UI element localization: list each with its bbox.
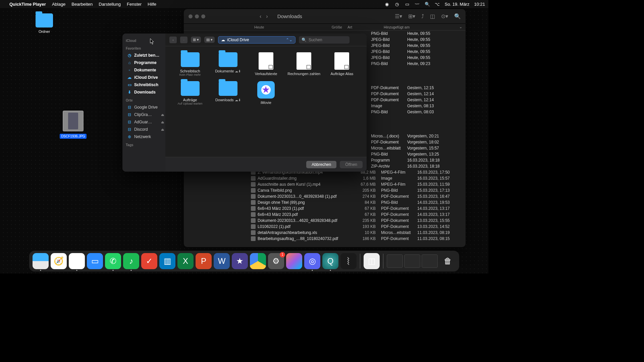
tag-icon[interactable]: ◫ bbox=[430, 13, 435, 19]
grid-item[interactable]: ★iMovie bbox=[249, 81, 283, 105]
sidebar-item-schreibtisch[interactable]: ▭Schreibtisch bbox=[126, 82, 165, 88]
table-row[interactable]: Dokument-20230313…0_483928348 (1).pdf274… bbox=[184, 193, 466, 199]
menubar: QuickTime Player Ablage Bearbeiten Darst… bbox=[0, 0, 488, 8]
open-button[interactable]: Öffnen bbox=[340, 161, 363, 168]
table-row[interactable]: 6x6=43 März 2023 (1).pdf67 KBPDF-Dokumen… bbox=[184, 205, 466, 212]
dock-minimized-window[interactable] bbox=[387, 254, 403, 268]
grid-item[interactable]: Rechnungen zahlen bbox=[287, 52, 321, 76]
dock-safari[interactable]: 🧭 bbox=[51, 253, 67, 269]
menu-hilfe[interactable]: Hilfe bbox=[148, 2, 156, 7]
dock-google-drive[interactable] bbox=[250, 253, 266, 269]
file-icon bbox=[251, 224, 256, 229]
col-date[interactable]: Hinzugefügt am⌄ bbox=[384, 25, 466, 29]
table-row[interactable]: detailAntragsnachbearbeitung.xls10 KBMic… bbox=[184, 230, 466, 236]
table-row[interactable]: AdGuardInstaller.dmg1,6 MBImage16.03.202… bbox=[184, 175, 466, 181]
item-label: Dokumente☁⬇ bbox=[211, 69, 245, 73]
file-icon bbox=[251, 200, 256, 205]
dock-excel[interactable]: X bbox=[177, 253, 194, 269]
grid-item[interactable]: Dokumente☁⬇ bbox=[211, 52, 245, 76]
share-icon[interactable]: ⤴ bbox=[421, 13, 424, 19]
dock-finder[interactable] bbox=[33, 253, 49, 269]
desktop-file[interactable]: DSCF1936.JPG bbox=[60, 111, 87, 139]
search-icon[interactable]: 🔍 bbox=[454, 13, 461, 19]
eject-icon[interactable]: ⏏ bbox=[161, 113, 164, 117]
battery-icon[interactable]: ▭ bbox=[405, 1, 410, 7]
dock-quicktime[interactable]: Q bbox=[322, 253, 338, 269]
dock-imovie[interactable]: ★ bbox=[232, 253, 248, 269]
sidebar-item-downloads[interactable]: ⬇Downloads bbox=[126, 89, 165, 95]
grid-item[interactable]: Downloads☁⬇ bbox=[211, 81, 245, 105]
dock-craft[interactable] bbox=[286, 253, 302, 269]
dock-chrome[interactable]: ◉ bbox=[69, 253, 85, 269]
menubar-time[interactable]: 10:21 bbox=[474, 2, 485, 7]
col-kind[interactable]: Art bbox=[347, 25, 384, 29]
sidebar-item-google-drive[interactable]: ⊟Google Drive bbox=[126, 104, 165, 110]
dock-whatsapp[interactable]: ✆ bbox=[105, 253, 121, 269]
eject-icon[interactable]: ⏏ bbox=[161, 120, 164, 124]
control-center-icon[interactable]: ⌥ bbox=[435, 1, 440, 7]
view-grid-icon[interactable]: ⊞▾ bbox=[408, 13, 415, 19]
table-row[interactable]: 6x6=43 März 2023.pdf67 KBPDF-Dokument14.… bbox=[184, 212, 466, 218]
dock-spotify[interactable]: ♪ bbox=[123, 253, 139, 269]
sidebar-item-icloud-drive[interactable]: ☁iCloud Drive bbox=[126, 74, 165, 80]
menu-bearbeiten[interactable]: Bearbeiten bbox=[71, 2, 93, 7]
spotlight-icon[interactable]: 🔍 bbox=[425, 1, 430, 7]
grid-item[interactable]: SchreibtischKein Platz mehr bbox=[173, 52, 207, 76]
dock-preview[interactable]: ◫ bbox=[364, 253, 380, 269]
sidebar-item-programme[interactable]: ⌂Programme bbox=[126, 60, 165, 66]
dock-system-settings[interactable]: ⚙1 bbox=[268, 253, 284, 269]
eject-icon[interactable]: ⏏ bbox=[161, 128, 164, 131]
cell-kind: PNG-Bild bbox=[381, 200, 417, 205]
dock-discord[interactable]: ◎ bbox=[304, 253, 320, 269]
sidebar-item-clipgrab[interactable]: ⊟ClipGra…⏏ bbox=[126, 112, 165, 118]
cell-date: Heute, 09:55 bbox=[407, 31, 466, 36]
col-name[interactable]: Heute bbox=[247, 25, 317, 29]
table-row[interactable]: L01062022 (1).pdf193 KBPDF-Dokument13.03… bbox=[184, 224, 466, 230]
table-row[interactable]: Bearbeitungsauftrag_…88_10180240732.pdf1… bbox=[184, 236, 466, 242]
clock-icon[interactable]: ◷ bbox=[394, 1, 400, 7]
forward-button[interactable]: › bbox=[180, 37, 187, 43]
wifi-icon[interactable]: 〰 bbox=[415, 1, 420, 7]
table-row[interactable]: Canva Titelbild.png205 KBPNG-Bild15.03.2… bbox=[184, 187, 466, 193]
dock-trash[interactable]: 🗑 bbox=[440, 253, 456, 269]
back-button[interactable]: ‹ bbox=[169, 37, 177, 43]
menu-darstellung[interactable]: Darstellung bbox=[99, 2, 121, 7]
grid-item[interactable]: Verkaufstexte bbox=[249, 52, 283, 76]
action-icon[interactable]: ⊙▾ bbox=[441, 13, 448, 19]
sidebar-item-discord[interactable]: ⊟Discord⏏ bbox=[126, 126, 165, 132]
dock-word[interactable]: W bbox=[214, 253, 230, 269]
menubar-date[interactable]: So. 19. März bbox=[445, 2, 470, 7]
record-icon[interactable]: ◉ bbox=[384, 1, 390, 7]
desktop-folder[interactable]: Ordner bbox=[34, 13, 55, 34]
sidebar-item-dokumente[interactable]: ▫Dokumente bbox=[126, 67, 165, 73]
cancel-button[interactable]: Abbrechen bbox=[306, 161, 336, 168]
back-button[interactable]: ‹ bbox=[260, 13, 261, 19]
table-row[interactable]: Design ohne Titel (89).png84 KBPNG-Bild1… bbox=[184, 199, 466, 205]
dock-trello[interactable]: ▥ bbox=[159, 253, 175, 269]
view-icon-button[interactable]: ⊞ ▾ bbox=[191, 37, 201, 43]
view-list-icon[interactable]: ☰▾ bbox=[395, 13, 402, 19]
dock-minimized-window[interactable] bbox=[422, 254, 438, 268]
sidebar-item-adguard[interactable]: ⊟AdGuar…⏏ bbox=[126, 119, 165, 125]
table-row[interactable]: Dokument-20230313…4620_483928348.pdf235 … bbox=[184, 218, 466, 224]
grid-item[interactable]: Aufträge Alias bbox=[325, 52, 359, 76]
table-row[interactable]: Ausschnitte aus dem Kurs! (1).mp467,6 MB… bbox=[184, 181, 466, 187]
sidebar-item-zuletzt[interactable]: ◷Zuletzt ben… bbox=[126, 52, 165, 58]
dock-audio-app[interactable]: ⦚ bbox=[340, 253, 357, 269]
window-controls[interactable] bbox=[189, 14, 205, 18]
col-size[interactable]: Größe bbox=[317, 25, 347, 29]
dock-powerpoint[interactable]: P bbox=[196, 253, 212, 269]
app-name[interactable]: QuickTime Player bbox=[9, 2, 46, 7]
sidebar-item-netzwerk[interactable]: ⊕Netzwerk bbox=[126, 134, 165, 140]
search-input[interactable]: 🔍 Suchen bbox=[299, 36, 350, 44]
location-dropdown[interactable]: ☁ iCloud Drive ⌃⌄ bbox=[218, 36, 296, 44]
view-group-button[interactable]: ▤ ▾ bbox=[204, 37, 215, 43]
forward-button[interactable]: › bbox=[266, 13, 268, 19]
dock-todoist[interactable]: ✓ bbox=[141, 253, 157, 269]
grid-item[interactable]: AufträgeAuf Upload warten bbox=[173, 81, 207, 105]
menu-ablage[interactable]: Ablage bbox=[52, 2, 65, 7]
dock-zoom[interactable]: ▭ bbox=[87, 253, 103, 269]
menu-fenster[interactable]: Fenster bbox=[127, 2, 142, 7]
item-label: Schreibtisch bbox=[173, 69, 207, 73]
dock-minimized-window[interactable] bbox=[404, 254, 420, 268]
